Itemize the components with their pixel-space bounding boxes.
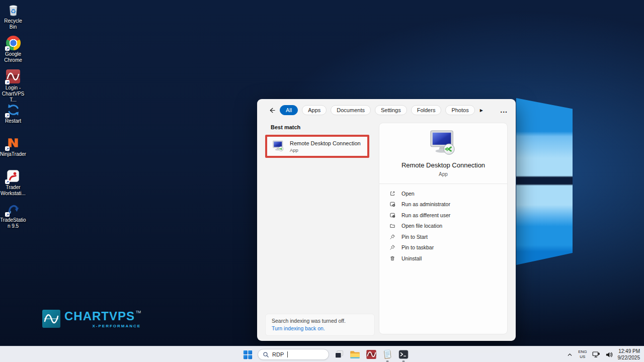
taskbar-search-input[interactable]: RDP (258, 349, 329, 360)
best-match-subtitle: App (290, 147, 361, 153)
action-run-as-administrator[interactable]: Run as administrator (389, 199, 507, 210)
network-icon[interactable] (592, 350, 600, 358)
svg-text:♻: ♻ (10, 8, 16, 15)
taskbar-clock[interactable]: 12:49 PM 9/22/2025 (618, 348, 640, 361)
action-open[interactable]: Open (389, 188, 507, 199)
action-label: Pin to taskbar (401, 244, 434, 250)
file-explorer-button[interactable] (349, 348, 361, 361)
icon-label: Trader Workstati... (0, 185, 26, 197)
chartvps-login-icon (6, 69, 21, 84)
wallpaper-window-logo (516, 98, 573, 265)
shortcut-arrow-icon (5, 113, 10, 118)
tab-folders[interactable]: Folders (411, 105, 442, 115)
open-icon (389, 191, 395, 197)
folder-icon (389, 223, 395, 229)
desktop-icon-ninjatrader[interactable]: NinjaTrader (0, 135, 26, 157)
task-view-icon (334, 349, 345, 360)
chrome-icon (6, 35, 21, 50)
trader-workstation-icon (6, 168, 21, 184)
action-pin-to-start[interactable]: Pin to Start (389, 231, 507, 242)
chartvps-logo-icon (42, 310, 60, 328)
action-run-as-different-user[interactable]: Run as different user (389, 210, 507, 221)
divider (379, 184, 507, 184)
indexing-link[interactable]: Turn indexing back on. (272, 325, 368, 331)
clock-date: 9/22/2025 (618, 354, 640, 361)
start-button[interactable] (242, 348, 254, 361)
shortcut-arrow-icon (5, 46, 10, 51)
back-icon[interactable] (268, 107, 276, 114)
volume-icon[interactable] (605, 351, 613, 358)
tab-all[interactable]: All (280, 105, 298, 115)
indexing-message: Search indexing was turned off. (272, 318, 368, 324)
file-explorer-icon (349, 349, 361, 360)
shortcut-arrow-icon (5, 146, 10, 151)
action-label: Uninstall (401, 255, 422, 261)
details-title: Remote Desktop Connection (379, 161, 507, 169)
chartvps-app-button[interactable] (365, 348, 377, 361)
desktop-icon-restart[interactable]: Restart (0, 102, 26, 124)
rdp-app-icon-large (379, 130, 507, 157)
search-icon (263, 351, 269, 358)
tab-documents[interactable]: Documents (331, 105, 371, 115)
action-pin-to-taskbar[interactable]: Pin to taskbar (389, 242, 507, 253)
search-filter-tabs: All Apps Documents Settings Folders Phot… (257, 105, 516, 115)
terminal-app-button[interactable] (397, 348, 410, 361)
task-view-button[interactable] (333, 348, 345, 361)
desktop-icon-google-chrome[interactable]: Google Chrome (0, 35, 26, 63)
overflow-menu-icon[interactable]: ... (500, 106, 508, 114)
details-subtitle: App (379, 171, 507, 177)
pin-icon (389, 234, 395, 240)
notepad-app-button[interactable] (381, 348, 393, 361)
icon-label: Recycle Bin (0, 18, 26, 30)
shortcut-arrow-icon (5, 80, 10, 84)
taskbar: RDP (0, 346, 644, 362)
text-caret (287, 351, 288, 357)
chartvps-app-icon (366, 349, 377, 360)
search-flyout: All Apps Documents Settings Folders Phot… (257, 99, 516, 341)
tradestation-icon (6, 201, 21, 216)
desktop-screen: ♻ Recycle Bin Google Chrome (0, 0, 644, 362)
best-match-result[interactable]: Remote Desktop Connection App (265, 135, 369, 158)
shortcut-arrow-icon (5, 179, 10, 184)
icon-label: Login - ChartVPS T... (0, 85, 26, 103)
search-query-text: RDP (272, 351, 284, 357)
run-admin-icon (389, 201, 395, 207)
watermark-tagline: X-PERFORMANCE (92, 324, 141, 328)
best-match-heading: Best match (271, 124, 300, 130)
result-details-card: Remote Desktop Connection App Open R (379, 123, 508, 334)
desktop-icon-tradestation[interactable]: TradeStation 9.5 (0, 201, 26, 229)
action-label: Pin to Start (401, 234, 428, 240)
watermark-brand: CHARTVPS (64, 310, 135, 323)
action-open-file-location[interactable]: Open file location (389, 221, 507, 232)
system-tray: ENG US 12:49 PM 9/22/2025 (567, 346, 640, 362)
search-indexing-notice: Search indexing was turned off. Turn ind… (265, 314, 375, 336)
tab-apps[interactable]: Apps (302, 105, 327, 115)
run-user-icon (389, 212, 395, 218)
terminal-icon (398, 349, 409, 360)
shortcut-arrow-icon (5, 212, 10, 217)
notepad-icon (381, 348, 393, 360)
desktop-icon-recycle-bin[interactable]: ♻ Recycle Bin (0, 2, 26, 30)
action-uninstall[interactable]: Uninstall (389, 253, 507, 264)
watermark-tm: TM (136, 310, 141, 314)
tab-settings[interactable]: Settings (375, 105, 407, 115)
hidden-icons-chevron-icon[interactable] (567, 351, 573, 358)
action-label: Run as administrator (401, 201, 450, 207)
ninjatrader-icon (6, 135, 21, 150)
restart-icon (6, 102, 21, 117)
best-match-title: Remote Desktop Connection (290, 140, 361, 146)
trash-icon (389, 255, 395, 261)
icon-label: Google Chrome (0, 51, 26, 63)
icon-label: NinjaTrader (0, 151, 26, 157)
pin-icon (389, 244, 395, 250)
recycle-bin-icon: ♻ (6, 2, 21, 17)
language-indicator[interactable]: ENG US (578, 349, 587, 359)
chartvps-watermark: CHARTVPS TM X-PERFORMANCE (42, 310, 141, 328)
action-label: Open (401, 191, 415, 197)
tab-photos[interactable]: Photos (445, 105, 474, 115)
action-label: Run as different user (401, 212, 450, 218)
desktop-icon-trader-workstation[interactable]: Trader Workstati... (0, 168, 26, 197)
icon-label: Restart (5, 118, 21, 124)
more-tabs-icon[interactable]: ▶ (480, 108, 483, 113)
desktop-icon-chartvps-login[interactable]: Login - ChartVPS T... (0, 69, 26, 103)
